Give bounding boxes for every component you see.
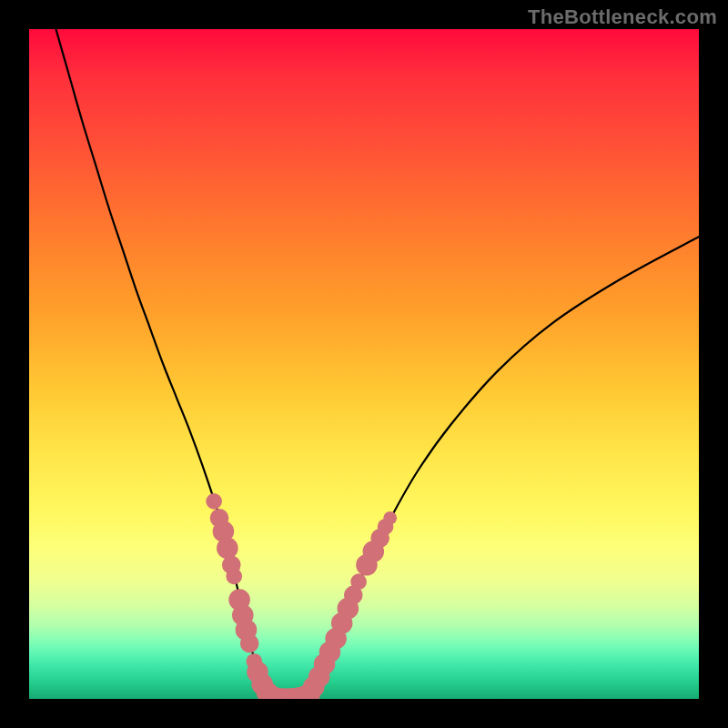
- bead-marker: [206, 493, 222, 510]
- attribution-text: TheBottleneck.com: [528, 5, 717, 29]
- bead-marker: [226, 568, 242, 584]
- bead-marker: [240, 634, 259, 653]
- bead-marker: [383, 511, 397, 525]
- bead-marker: [217, 538, 238, 560]
- chart-stage: TheBottleneck.com: [0, 0, 728, 728]
- curve-svg: [29, 29, 699, 699]
- bead-markers: [206, 493, 397, 699]
- bead-marker: [350, 573, 367, 590]
- bottleneck-curve: [56, 29, 699, 699]
- plot-frame: [29, 29, 699, 699]
